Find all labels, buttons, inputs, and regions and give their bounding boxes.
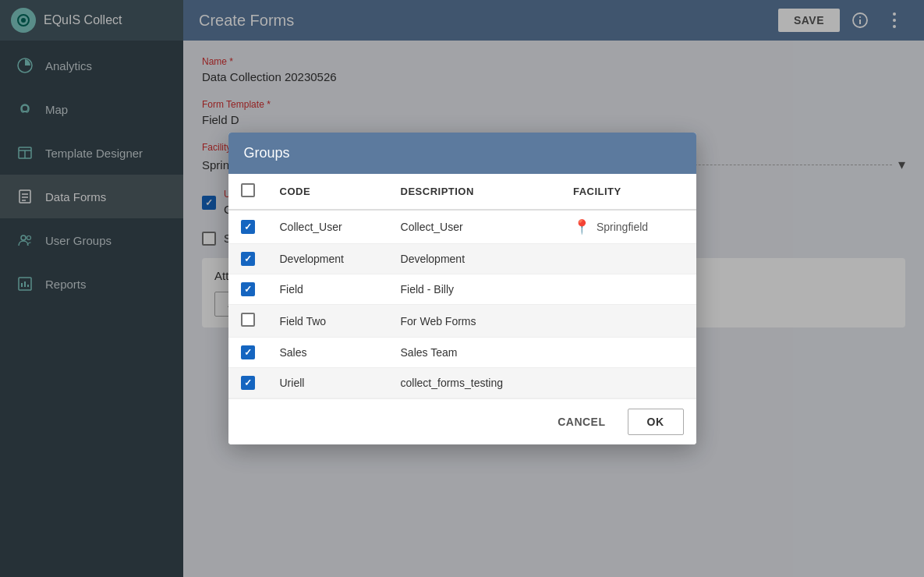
row-checkbox-1[interactable] (241, 220, 255, 234)
groups-dialog: Groups CODE DESCRIPTION FACILITY Collect… (228, 133, 696, 444)
group-facility (561, 305, 696, 338)
dialog-footer: CANCEL OK (228, 398, 696, 444)
dialog-body: CODE DESCRIPTION FACILITY Collect_UserCo… (228, 174, 696, 398)
group-facility (561, 244, 696, 274)
cancel-button[interactable]: CANCEL (542, 409, 621, 435)
facility-cell: 📍 Springfield (573, 218, 684, 235)
location-icon: 📍 (573, 218, 590, 235)
table-row: Uriellcollect_forms_testing (228, 368, 696, 398)
ok-button[interactable]: OK (628, 409, 684, 435)
col-facility: FACILITY (561, 174, 696, 210)
group-code: Sales (267, 338, 388, 368)
row-checkbox-5[interactable] (241, 345, 255, 359)
table-row: DevelopmentDevelopment (228, 244, 696, 274)
table-row: Field TwoFor Web Forms (228, 305, 696, 338)
facility-name: Springfield (597, 221, 648, 233)
dialog-title: Groups (244, 145, 290, 161)
col-code: CODE (267, 174, 388, 210)
groups-table-head: CODE DESCRIPTION FACILITY (228, 174, 696, 210)
table-row: SalesSales Team (228, 338, 696, 368)
col-description: DESCRIPTION (388, 174, 561, 210)
header-checkbox-col (228, 174, 267, 210)
modal-overlay[interactable]: Groups CODE DESCRIPTION FACILITY Collect… (0, 0, 924, 577)
row-checkbox-6[interactable] (241, 376, 255, 390)
group-code: Field Two (267, 305, 388, 338)
row-checkbox-2[interactable] (241, 252, 255, 266)
group-facility (561, 338, 696, 368)
group-description: Collect_User (388, 210, 561, 244)
group-facility: 📍 Springfield (561, 210, 696, 244)
group-code: Development (267, 244, 388, 274)
select-all-checkbox[interactable] (241, 183, 255, 197)
group-facility (561, 274, 696, 305)
row-checkbox-3[interactable] (241, 282, 255, 296)
group-description: collect_forms_testing (388, 368, 561, 398)
table-row: FieldField - Billy (228, 274, 696, 305)
group-description: Field - Billy (388, 274, 561, 305)
group-code: Field (267, 274, 388, 305)
group-code: Uriell (267, 368, 388, 398)
row-checkbox-4[interactable] (241, 313, 255, 327)
groups-table: CODE DESCRIPTION FACILITY Collect_UserCo… (228, 174, 696, 398)
group-description: Development (388, 244, 561, 274)
group-description: Sales Team (388, 338, 561, 368)
group-facility (561, 368, 696, 398)
group-description: For Web Forms (388, 305, 561, 338)
group-code: Collect_User (267, 210, 388, 244)
groups-table-body: Collect_UserCollect_User 📍 Springfield D… (228, 210, 696, 398)
table-row: Collect_UserCollect_User 📍 Springfield (228, 210, 696, 244)
dialog-header: Groups (228, 133, 696, 174)
